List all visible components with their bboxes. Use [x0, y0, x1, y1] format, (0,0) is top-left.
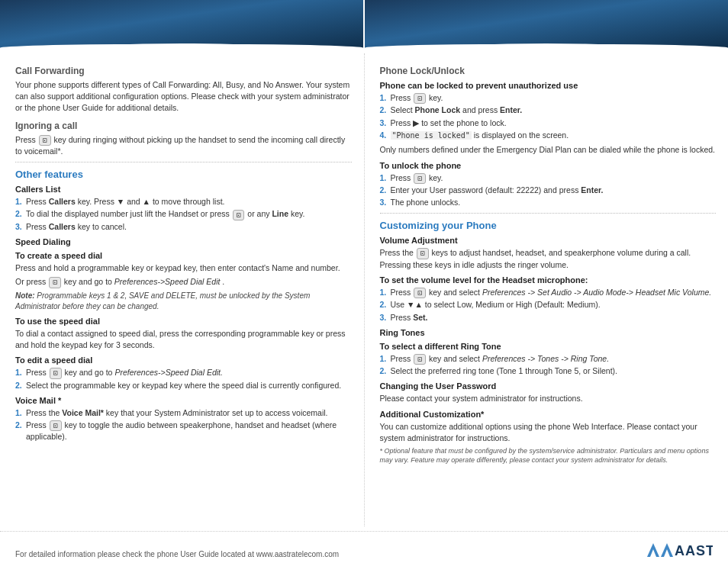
other-features-section: Other features [15, 169, 352, 180]
footer-text: For detailed information please check th… [15, 550, 339, 558]
list-item: 1. Press ⊡ key and select Preferences ->… [380, 287, 717, 298]
list-item: 2. Select the preferred ring tone (Tone … [380, 365, 717, 377]
voice-mail-title: Voice Mail * [15, 396, 352, 405]
list-item: 2. Use ▼▲ to select Low, Medium or High … [380, 299, 717, 310]
list-item: 1. Press ⊡ key. [380, 92, 717, 104]
call-forwarding-section: Call Forwarding Your phone supports diff… [15, 66, 352, 114]
section-divider-2 [380, 213, 717, 214]
footer: For detailed information please check th… [0, 531, 728, 563]
right-column: Phone Lock/Unlock Phone can be locked to… [365, 53, 729, 526]
lock-key-1: ⊡ [414, 93, 426, 104]
list-item: 1. Press Callers key. Press ▼ and ▲ to m… [15, 196, 352, 208]
svg-point-1 [0, 43, 363, 53]
callers-list-section: Callers List 1. Press Callers key. Press… [15, 185, 352, 233]
ignoring-key: ⊡ [39, 135, 51, 146]
ring-select-title: To select a different Ring Tone [380, 342, 717, 351]
vm-key: ⊡ [50, 420, 62, 431]
unlock-title: To unlock the phone [380, 161, 717, 170]
lock-list: 1. Press ⊡ key. 2. Select Phone Lock and… [380, 92, 717, 141]
svg-rect-0 [0, 0, 363, 53]
list-item: 1. Press ⊡ key and go to Preferences->Sp… [15, 367, 352, 378]
edit-speed-dial-title: To edit a speed dial [15, 355, 352, 365]
page: Call Forwarding Your phone supports diff… [0, 0, 728, 563]
list-item: 3. Press Callers key to cancel. [15, 221, 352, 233]
speed-dialing-section: Speed Dialing To create a speed dial Pre… [15, 237, 352, 391]
main-content: Call Forwarding Your phone supports diff… [0, 53, 728, 526]
svg-point-3 [365, 43, 728, 53]
unlock-list: 1. Press ⊡ key. 2. Enter your User passw… [380, 172, 717, 209]
header-left-banner [0, 0, 363, 53]
create-speed-dial-or: Or press ⊡ key and go to Preferences->Sp… [15, 276, 352, 288]
unlock-key-1: ⊡ [414, 173, 426, 184]
voice-mail-list: 1. Press the Voice Mail* key that your S… [15, 407, 352, 443]
section-divider-1 [15, 162, 352, 162]
prefs-key: ⊡ [49, 277, 61, 288]
edit-speed-dial-list: 1. Press ⊡ key and go to Preferences->Sp… [15, 367, 352, 391]
additional-title: Additional Customization* [380, 410, 717, 419]
list-item: 3. Press ▶ to set the phone to lock. [380, 117, 717, 129]
list-item: 1. Press ⊡ key. [380, 172, 717, 184]
speed-dialing-title: Speed Dialing [15, 237, 352, 246]
use-speed-dial-body: To dial a contact assigned to speed dial… [15, 328, 352, 351]
password-title: Changing the User Password [380, 381, 717, 391]
additional-body: You can customize additional options usi… [380, 421, 717, 444]
header-row [0, 0, 728, 53]
create-speed-dial-body: Press and hold a programmable key or key… [15, 262, 352, 274]
list-item: 2. Enter your User password (default: 22… [380, 185, 717, 196]
phone-lock-title: Phone Lock/Unlock [380, 66, 717, 76]
lock-note: Only numbers defined under the Emergency… [380, 144, 717, 156]
lock-prevent-title: Phone can be locked to prevent unauthori… [380, 81, 717, 90]
customizing-title: Customizing your Phone [380, 220, 717, 231]
list-item: 2. Press ⊡ key to toggle the audio betwe… [15, 420, 352, 443]
call-forwarding-body: Your phone supports different types of C… [15, 79, 352, 114]
footnote: * Optional feature that must be configur… [380, 447, 717, 465]
list-item: 2. Select Phone Lock and press Enter. [380, 105, 717, 116]
other-features-title: Other features [15, 169, 352, 180]
left-column: Call Forwarding Your phone supports diff… [0, 53, 365, 526]
ignoring-call-body: Press ⊡ key during ringing without picki… [15, 134, 352, 158]
ignoring-call-title: Ignoring a call [15, 121, 352, 131]
headset-title: To set the volume level for the Headset … [380, 275, 717, 285]
logo-area: AASTRA [644, 536, 713, 558]
volume-title: Volume Adjustment [380, 236, 717, 245]
svg-rect-2 [365, 0, 728, 53]
list-item: 1. Press the Voice Mail* key that your S… [15, 407, 352, 419]
customizing-section: Customizing your Phone Volume Adjustment… [380, 220, 717, 465]
list-item: 3. The phone unlocks. [380, 197, 717, 208]
ring-key: ⊡ [414, 354, 426, 365]
ring-list: 1. Press ⊡ key and select Preferences ->… [380, 353, 717, 378]
password-body: Please contact your system administrator… [380, 393, 717, 404]
phone-lock-section: Phone Lock/Unlock Phone can be locked to… [380, 66, 717, 208]
headset-list: 1. Press ⊡ key and select Preferences ->… [380, 287, 717, 323]
create-speed-dial-title: To create a speed dial [15, 251, 352, 260]
use-speed-dial-title: To use the speed dial [15, 317, 352, 326]
ring-tones-title: Ring Tones [380, 328, 717, 337]
volume-body: Press the ⊡ keys to adjust handset, head… [380, 247, 717, 271]
header-right-banner [365, 0, 728, 53]
callers-list-title: Callers List [15, 185, 352, 194]
list-item: 4. "Phone is locked" is displayed on the… [380, 130, 717, 142]
list-item: 1. Press ⊡ key and select Preferences ->… [380, 353, 717, 365]
headset-key: ⊡ [414, 288, 426, 298]
voice-mail-section: Voice Mail * 1. Press the Voice Mail* ke… [15, 396, 352, 443]
edit-key: ⊡ [50, 368, 62, 378]
ignoring-call-section: Ignoring a call Press ⊡ key during ringi… [15, 121, 352, 158]
list-item: 2. To dial the displayed number just lif… [15, 208, 352, 220]
line-key: ⊡ [233, 210, 245, 220]
aastra-logo: AASTRA [644, 536, 713, 558]
volume-key: ⊡ [417, 248, 429, 259]
call-forwarding-title: Call Forwarding [15, 66, 352, 76]
speed-dial-note: Note: Programmable keys 1 & 2, SAVE and … [15, 291, 352, 312]
list-item: 3. Press Set. [380, 312, 717, 323]
list-item: 2. Select the programmable key or keypad… [15, 380, 352, 391]
callers-list: 1. Press Callers key. Press ▼ and ▲ to m… [15, 196, 352, 233]
svg-text:AASTRA: AASTRA [675, 543, 713, 558]
